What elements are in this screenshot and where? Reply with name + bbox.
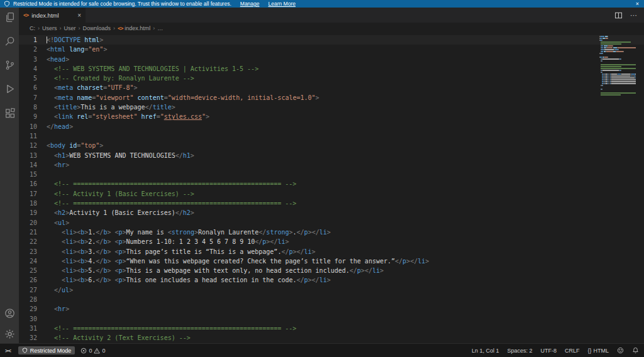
code-line[interactable]: 8 <title>This is a webpage</title> xyxy=(19,102,644,112)
code-line-content[interactable]: <!-- Created by: Ronalyn Laurente --> xyxy=(47,74,644,83)
code-line[interactable]: 31 <!-- ================================… xyxy=(19,324,644,333)
line-number[interactable]: 31 xyxy=(19,324,47,333)
line-number[interactable]: 8 xyxy=(19,102,47,112)
line-number[interactable]: 17 xyxy=(19,189,47,199)
line-number[interactable]: 32 xyxy=(19,333,47,343)
search-icon[interactable] xyxy=(4,36,15,47)
code-line-content[interactable]: <!-- WEB SYSTEMS AND TECHNOLOGIES | Acti… xyxy=(47,64,644,74)
line-number[interactable]: 16 xyxy=(19,179,47,189)
code-line[interactable]: 3<head> xyxy=(19,55,644,64)
code-line[interactable]: 32 <!-- Activity 2 (Text Exercises) --> xyxy=(19,333,644,343)
line-number[interactable]: 27 xyxy=(19,285,47,295)
code-line-content[interactable]: <meta name="viewport" content="width=dev… xyxy=(47,93,644,102)
line-number[interactable]: 7 xyxy=(19,93,47,102)
learn-more-link[interactable]: Learn More xyxy=(269,1,296,7)
code-line[interactable]: 1<!DOCTYPE html> xyxy=(19,35,644,45)
code-line[interactable]: 17 <!-- Activity 1 (Basic Exercises) --> xyxy=(19,189,644,199)
code-line-content[interactable]: <meta charset="UTF-8"> xyxy=(47,83,644,92)
code-line-content[interactable]: <!DOCTYPE html> xyxy=(47,35,644,45)
code-line[interactable]: 13 <h1>WEB SYSTEMS AND TECHNOLOGIES</h1> xyxy=(19,151,644,160)
code-line-content[interactable]: <title>This is a webpage</title> xyxy=(47,102,644,112)
line-number[interactable]: 15 xyxy=(19,170,47,179)
line-number[interactable]: 19 xyxy=(19,208,47,217)
line-number[interactable]: 13 xyxy=(19,151,47,160)
line-number[interactable]: 9 xyxy=(19,112,47,121)
eol-setting[interactable]: CRLF xyxy=(565,348,580,354)
code-line[interactable]: 20 <ul> xyxy=(19,218,644,228)
code-line[interactable]: 26 <li><b>6.</b> <p>This one includes a … xyxy=(19,275,644,285)
minimap[interactable] xyxy=(599,36,636,96)
code-line-content[interactable]: <!-- ===================================… xyxy=(47,199,644,208)
code-line-content[interactable]: </ul> xyxy=(47,285,644,295)
line-number[interactable]: 11 xyxy=(19,131,47,141)
line-number[interactable]: 20 xyxy=(19,218,47,228)
line-number[interactable]: 1 xyxy=(19,35,47,45)
code-line-content[interactable]: <hr> xyxy=(47,304,644,314)
code-line[interactable]: 9 <link rel="stylesheet" href="styles.cs… xyxy=(19,112,644,121)
cursor-position[interactable]: Ln 1, Col 1 xyxy=(472,348,499,354)
accounts-icon[interactable] xyxy=(4,308,15,319)
code-line-content[interactable]: </head> xyxy=(47,122,644,131)
code-line[interactable]: 21 <li><b>1.</b> <p>My name is <strong>R… xyxy=(19,228,644,237)
code-line-content[interactable]: <h2>Activity 1 (Basic Exercises)</h2> xyxy=(47,208,644,217)
code-line-content[interactable]: <!-- Activity 2 (Text Exercises) --> xyxy=(47,333,644,343)
code-line-content[interactable] xyxy=(47,170,644,179)
code-line-content[interactable]: <li><b>3.</b> <p>This page’s title is “T… xyxy=(47,247,644,256)
tab-index-html[interactable]: <> index.html × xyxy=(19,8,86,23)
source-control-icon[interactable] xyxy=(4,60,15,70)
code-line-content[interactable] xyxy=(47,131,644,141)
code-line-content[interactable]: <li><b>1.</b> <p>My name is <strong>Rona… xyxy=(47,228,644,237)
code-line[interactable]: 16 <!-- ================================… xyxy=(19,179,644,189)
line-number[interactable]: 6 xyxy=(19,83,47,92)
code-line-content[interactable]: <li><b>2.</b> <p>Numbers 1-10: 1 2 3 4 5… xyxy=(47,237,644,246)
line-number[interactable]: 25 xyxy=(19,266,47,275)
tab-close-icon[interactable]: × xyxy=(77,12,81,19)
code-line-content[interactable] xyxy=(47,314,644,324)
code-line[interactable]: 24 <li><b>4.</b> <p>“When was this webpa… xyxy=(19,256,644,266)
code-line[interactable]: 29 <hr> xyxy=(19,304,644,314)
feedback-smiley-icon[interactable] xyxy=(617,347,624,354)
line-number[interactable]: 18 xyxy=(19,199,47,208)
banner-close-icon[interactable]: × xyxy=(635,1,640,7)
code-line-content[interactable]: <li><b>5.</b> <p>This is a webpage with … xyxy=(47,266,644,275)
code-line[interactable]: 6 <meta charset="UTF-8"> xyxy=(19,83,644,92)
more-actions-icon[interactable]: ⋯ xyxy=(630,11,638,19)
code-line[interactable]: 15 xyxy=(19,170,644,179)
code-line-content[interactable]: <html lang="en"> xyxy=(47,45,644,54)
code-line[interactable]: 10</head> xyxy=(19,122,644,131)
line-number[interactable]: 30 xyxy=(19,314,47,324)
code-line-content[interactable]: <hr> xyxy=(47,160,644,170)
breadcrumb-item[interactable]: User xyxy=(64,25,76,31)
code-line[interactable]: 30 xyxy=(19,314,644,324)
code-line-content[interactable]: <link rel="stylesheet" href="styles.css"… xyxy=(47,112,644,121)
code-line[interactable]: 4 <!-- WEB SYSTEMS AND TECHNOLOGIES | Ac… xyxy=(19,64,644,74)
code-line[interactable]: 2<html lang="en"> xyxy=(19,45,644,54)
breadcrumb-item[interactable]: Downloads xyxy=(83,25,111,31)
notifications-bell-icon[interactable] xyxy=(632,347,639,354)
code-line-content[interactable]: <li><b>6.</b> <p>This one includes a hea… xyxy=(47,275,644,285)
extensions-icon[interactable] xyxy=(4,107,15,118)
split-editor-icon[interactable] xyxy=(614,11,623,19)
breadcrumb-item[interactable]: <>index.html xyxy=(118,25,150,31)
code-line-content[interactable]: <head> xyxy=(47,55,644,64)
line-number[interactable]: 26 xyxy=(19,275,47,285)
code-line-content[interactable]: <!-- ===================================… xyxy=(47,179,644,189)
line-number[interactable]: 28 xyxy=(19,295,47,304)
code-line-content[interactable]: <li><b>4.</b> <p>“When was this webpage … xyxy=(47,256,644,266)
line-number[interactable]: 23 xyxy=(19,247,47,256)
code-line[interactable]: 23 <li><b>3.</b> <p>This page’s title is… xyxy=(19,247,644,256)
run-and-debug-icon[interactable] xyxy=(4,84,15,94)
line-number[interactable]: 10 xyxy=(19,122,47,131)
manage-link[interactable]: Manage xyxy=(240,1,260,7)
code-line-content[interactable]: <!-- ===================================… xyxy=(47,324,644,333)
line-number[interactable]: 12 xyxy=(19,141,47,150)
code-line[interactable]: 7 <meta name="viewport" content="width=d… xyxy=(19,93,644,102)
language-mode[interactable]: {} HTML xyxy=(587,348,609,354)
line-number[interactable]: 29 xyxy=(19,304,47,314)
remote-indicator-icon[interactable]: >< xyxy=(3,348,13,354)
breadcrumb-item[interactable]: Users xyxy=(42,25,57,31)
line-number[interactable]: 5 xyxy=(19,74,47,83)
breadcrumb-item[interactable]: … xyxy=(157,25,163,31)
code-line-content[interactable]: <ul> xyxy=(47,218,644,228)
indentation-setting[interactable]: Spaces: 2 xyxy=(507,348,532,354)
